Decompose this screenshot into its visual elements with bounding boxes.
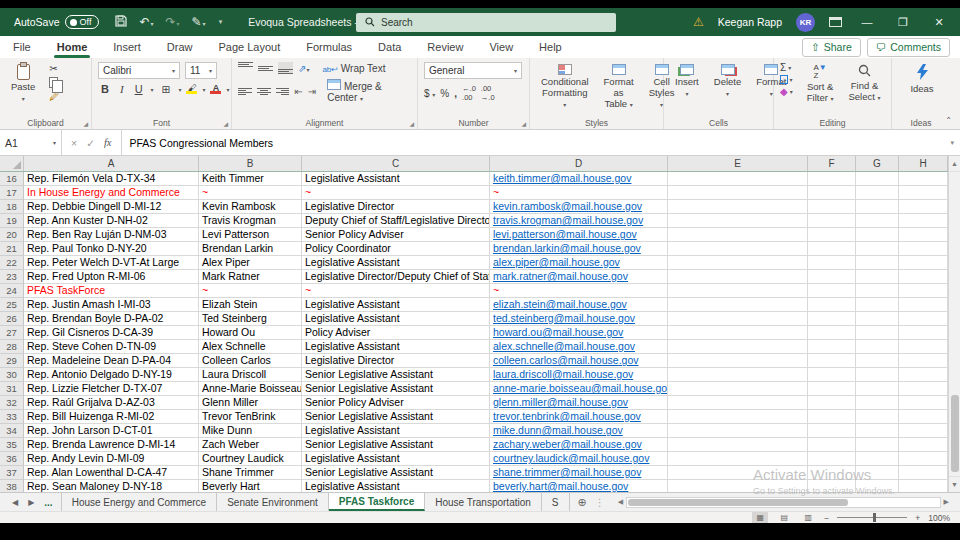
column-header-F[interactable]: F xyxy=(808,156,856,171)
cell-F21[interactable] xyxy=(808,242,856,256)
cell-A20[interactable]: Rep. Ben Ray Luján D-NM-03 xyxy=(24,228,199,242)
cell-B32[interactable]: Glenn Miller xyxy=(199,396,302,410)
sheet-tab-s[interactable]: S xyxy=(542,493,570,511)
row-header-38[interactable]: 38 xyxy=(0,480,24,492)
cell-F32[interactable] xyxy=(808,396,856,410)
cell-F34[interactable] xyxy=(808,424,856,438)
cell-G17[interactable] xyxy=(856,186,899,200)
align-left-button[interactable] xyxy=(238,85,252,97)
cell-C31[interactable]: Senior Legislative Assistant xyxy=(302,382,490,396)
paste-dropdown-icon[interactable]: ▾ xyxy=(22,95,25,102)
sheet-tab-pfas-taskforce[interactable]: PFAS Taskforce xyxy=(329,493,425,511)
row-header-35[interactable]: 35 xyxy=(0,438,24,452)
scroll-left-icon[interactable]: ◀ xyxy=(615,498,626,506)
next-sheet-icon[interactable]: ▶ xyxy=(28,498,34,507)
cell-H22[interactable] xyxy=(899,256,948,270)
collapse-ribbon-icon[interactable]: ⌃ xyxy=(945,116,952,125)
cell-F38[interactable] xyxy=(808,480,856,492)
cell-D31[interactable]: anne-marie.boisseau@mail.house.gov xyxy=(490,382,668,396)
cell-G29[interactable] xyxy=(856,354,899,368)
cell-C18[interactable]: Legislative Director xyxy=(302,200,490,214)
cell-C28[interactable]: Legislative Assistant xyxy=(302,340,490,354)
cell-A26[interactable]: Rep. Brendan Boyle D-PA-02 xyxy=(24,312,199,326)
insert-function-icon[interactable]: fx xyxy=(104,137,112,148)
cell-C34[interactable]: Legislative Assistant xyxy=(302,424,490,438)
decrease-decimal-button[interactable]: .00→.0 xyxy=(481,84,495,102)
clear-button[interactable]: ◆ ▾ xyxy=(780,86,793,97)
page-layout-view-icon[interactable]: ▤ xyxy=(776,512,792,523)
sheet-tab-house-energy-and-commerce[interactable]: House Energy and Commerce xyxy=(61,493,218,511)
cell-G18[interactable] xyxy=(856,200,899,214)
undo-icon[interactable]: ↶▾ xyxy=(139,15,153,29)
cell-D19[interactable]: travis.krogman@mail.house.gov xyxy=(490,214,668,228)
cell-G20[interactable] xyxy=(856,228,899,242)
cell-D34[interactable]: mike.dunn@mail.house.gov xyxy=(490,424,668,438)
more-sheets-icon[interactable]: ... xyxy=(44,497,52,508)
row-header-28[interactable]: 28 xyxy=(0,340,24,354)
sort-filter-button[interactable]: A▼Z Sort &Filter ▾ xyxy=(802,62,839,106)
close-button[interactable]: ✕ xyxy=(928,16,950,29)
row-header-30[interactable]: 30 xyxy=(0,368,24,382)
cell-H27[interactable] xyxy=(899,326,948,340)
cell-A24[interactable]: PFAS TaskForce xyxy=(24,284,199,298)
cell-H26[interactable] xyxy=(899,312,948,326)
cell-B36[interactable]: Courtney Laudick xyxy=(199,452,302,466)
cell-G35[interactable] xyxy=(856,438,899,452)
cell-C36[interactable]: Legislative Assistant xyxy=(302,452,490,466)
scroll-down-icon[interactable]: ▼ xyxy=(949,476,960,492)
align-middle-button[interactable] xyxy=(258,62,273,74)
cell-G38[interactable] xyxy=(856,480,899,492)
column-header-A[interactable]: A xyxy=(24,156,199,171)
maximize-button[interactable]: ❐ xyxy=(892,16,914,29)
cell-H25[interactable] xyxy=(899,298,948,312)
cell-D27[interactable]: howard.ou@mail.house.gov xyxy=(490,326,668,340)
cell-F30[interactable] xyxy=(808,368,856,382)
cell-E27[interactable] xyxy=(668,326,808,340)
cell-A22[interactable]: Rep. Peter Welch D-VT-At Large xyxy=(24,256,199,270)
cell-A37[interactable]: Rep. Alan Lowenthal D-CA-47 xyxy=(24,466,199,480)
cell-A25[interactable]: Rep. Justin Amash I-MI-03 xyxy=(24,298,199,312)
align-bottom-button[interactable] xyxy=(278,62,293,74)
cell-G19[interactable] xyxy=(856,214,899,228)
fill-color-dropdown-icon[interactable]: ▾ xyxy=(202,86,205,93)
cell-D18[interactable]: kevin.rambosk@mail.house.gov xyxy=(490,200,668,214)
cell-E38[interactable] xyxy=(668,480,808,492)
italic-button[interactable]: I xyxy=(117,83,127,95)
align-right-button[interactable] xyxy=(276,85,290,97)
cell-G34[interactable] xyxy=(856,424,899,438)
cell-E35[interactable] xyxy=(668,438,808,452)
cell-D24[interactable]: ~ xyxy=(490,284,668,298)
row-header-25[interactable]: 25 xyxy=(0,298,24,312)
ribbon-tab-help[interactable]: Help xyxy=(526,36,575,58)
percent-style-button[interactable]: % xyxy=(440,88,449,99)
normal-view-icon[interactable]: ▦ xyxy=(752,512,768,523)
row-header-20[interactable]: 20 xyxy=(0,228,24,242)
vertical-scroll-thumb[interactable] xyxy=(951,395,959,472)
horizontal-scroll-track[interactable] xyxy=(626,497,941,508)
name-box-dropdown-icon[interactable]: ▾ xyxy=(53,139,56,146)
cell-H37[interactable] xyxy=(899,466,948,480)
cell-H28[interactable] xyxy=(899,340,948,354)
new-sheet-icon[interactable]: ⊕ xyxy=(578,496,587,509)
cell-E26[interactable] xyxy=(668,312,808,326)
orientation-button[interactable]: ⇗▾ xyxy=(298,63,309,74)
cell-G37[interactable] xyxy=(856,466,899,480)
cell-B34[interactable]: Mike Dunn xyxy=(199,424,302,438)
ribbon-tab-file[interactable]: File xyxy=(0,36,44,58)
cell-D20[interactable]: levi.patterson@mail.house.gov xyxy=(490,228,668,242)
column-header-E[interactable]: E xyxy=(668,156,808,171)
cell-H32[interactable] xyxy=(899,396,948,410)
row-header-37[interactable]: 37 xyxy=(0,466,24,480)
cell-C38[interactable]: Legislative Assistant xyxy=(302,480,490,492)
comments-button[interactable]: 🗩 Comments xyxy=(867,38,950,57)
cell-D26[interactable]: ted.steinberg@mail.house.gov xyxy=(490,312,668,326)
cell-A18[interactable]: Rep. Debbie Dingell D-MI-12 xyxy=(24,200,199,214)
cell-B24[interactable]: ~ xyxy=(199,284,302,298)
cell-B30[interactable]: Laura Driscoll xyxy=(199,368,302,382)
row-header-36[interactable]: 36 xyxy=(0,452,24,466)
column-header-G[interactable]: G xyxy=(856,156,899,171)
horizontal-scroll-thumb[interactable] xyxy=(628,499,848,506)
cell-F16[interactable] xyxy=(808,172,856,186)
cell-B25[interactable]: Elizah Stein xyxy=(199,298,302,312)
zoom-level[interactable]: 100% xyxy=(928,513,950,523)
